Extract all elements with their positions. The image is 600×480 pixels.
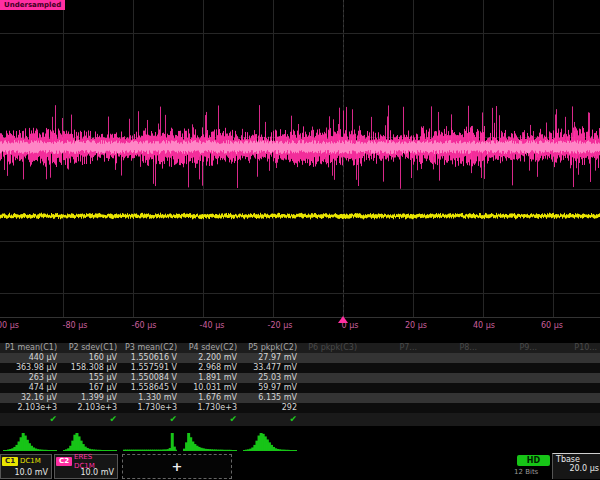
timebase-label: Tbase bbox=[553, 454, 600, 464]
measure-value: 1.730e+3 bbox=[180, 403, 240, 413]
descriptor-strip: C1 DC1M 10.0 mV C2 ERES DC1M 10.0 mV + H… bbox=[0, 453, 600, 480]
trace-warning-badge: Undersampled bbox=[0, 0, 65, 10]
measure-header[interactable]: P4 sdev(C2) bbox=[180, 343, 240, 353]
c1-scale-value: 10.0 mV bbox=[1, 467, 51, 479]
hd-mode-badge[interactable]: HD bbox=[517, 455, 550, 466]
measure-value bbox=[300, 393, 360, 403]
measure-value: 1.891 mV bbox=[180, 373, 240, 383]
measure-value: 2.200 mV bbox=[180, 353, 240, 363]
measure-value: 1.676 mV bbox=[180, 393, 240, 403]
measure-value bbox=[360, 363, 420, 373]
measure-value bbox=[540, 363, 600, 373]
measure-status-check bbox=[480, 413, 540, 426]
measure-header[interactable]: P8... bbox=[420, 343, 480, 353]
measure-value: 158.308 µV bbox=[60, 363, 120, 373]
measure-value bbox=[480, 373, 540, 383]
measure-value: 27.97 mV bbox=[240, 353, 300, 363]
measure-value: 59.97 mV bbox=[240, 383, 300, 393]
measure-value bbox=[360, 383, 420, 393]
time-axis-label: -60 µs bbox=[132, 321, 157, 330]
trigger-delay-marker[interactable] bbox=[338, 316, 348, 323]
measure-value: 25.03 mV bbox=[240, 373, 300, 383]
measure-value: 474 µV bbox=[0, 383, 60, 393]
measure-value bbox=[420, 383, 480, 393]
measure-value: 2.103e+3 bbox=[0, 403, 60, 413]
measure-status-check bbox=[300, 413, 360, 426]
channel-descriptor-c1[interactable]: C1 DC1M 10.0 mV bbox=[0, 454, 52, 479]
channel-descriptor-c2[interactable]: C2 ERES DC1M 10.0 mV bbox=[54, 454, 118, 479]
measure-value: 10.031 mV bbox=[180, 383, 240, 393]
waveform-display[interactable] bbox=[0, 0, 600, 318]
measure-value bbox=[480, 403, 540, 413]
measure-value bbox=[480, 383, 540, 393]
measure-value bbox=[300, 373, 360, 383]
measure-value: 263 µV bbox=[0, 373, 60, 383]
measure-value bbox=[360, 393, 420, 403]
measure-value bbox=[300, 403, 360, 413]
measure-value: 292 bbox=[240, 403, 300, 413]
c2-scale-value: 10.0 mV bbox=[55, 467, 117, 479]
histicon-p2[interactable] bbox=[63, 431, 117, 452]
measure-value: 1.399 µV bbox=[60, 393, 120, 403]
measure-value bbox=[540, 393, 600, 403]
measure-value: 167 µV bbox=[60, 383, 120, 393]
histicon-p4[interactable] bbox=[183, 431, 237, 452]
measure-value bbox=[480, 393, 540, 403]
measure-value: 440 µV bbox=[0, 353, 60, 363]
measure-value bbox=[420, 363, 480, 373]
c1-badge: C1 bbox=[2, 457, 18, 466]
timebase-descriptor[interactable]: Tbase 20.0 µs bbox=[552, 453, 600, 479]
measure-status-check bbox=[540, 413, 600, 426]
time-axis-label: -80 µs bbox=[63, 321, 88, 330]
measure-value: 160 µV bbox=[60, 353, 120, 363]
add-trace-button[interactable]: + bbox=[122, 454, 232, 479]
measure-status-check bbox=[420, 413, 480, 426]
measure-value bbox=[300, 383, 360, 393]
measure-status-check bbox=[360, 413, 420, 426]
measure-header[interactable]: P10... bbox=[540, 343, 600, 353]
measure-value: 1.330 mV bbox=[120, 393, 180, 403]
measure-value: 1.558645 V bbox=[120, 383, 180, 393]
measure-value bbox=[540, 403, 600, 413]
measure-value: 1.730e+3 bbox=[120, 403, 180, 413]
measure-value bbox=[420, 373, 480, 383]
measure-value bbox=[420, 393, 480, 403]
measure-header[interactable]: P3 mean(C2) bbox=[120, 343, 180, 353]
measurement-table: P1 mean(C1)P2 sdev(C1)P3 mean(C2)P4 sdev… bbox=[0, 343, 600, 426]
histicon-p5[interactable] bbox=[243, 431, 297, 452]
measure-value bbox=[360, 403, 420, 413]
measure-value: 363.98 µV bbox=[0, 363, 60, 373]
measure-status-check: ✔ bbox=[120, 413, 180, 426]
histicon-p3[interactable] bbox=[123, 431, 177, 452]
measure-value bbox=[300, 363, 360, 373]
measure-value: 6.135 mV bbox=[240, 393, 300, 403]
measure-value bbox=[540, 383, 600, 393]
measure-value: 1.550616 V bbox=[120, 353, 180, 363]
measure-value bbox=[540, 373, 600, 383]
time-axis-label: 60 µs bbox=[541, 321, 563, 330]
measure-header[interactable]: P2 sdev(C1) bbox=[60, 343, 120, 353]
time-axis-label: 20 µs bbox=[405, 321, 427, 330]
measure-value bbox=[540, 353, 600, 363]
c2-badge: C2 bbox=[56, 457, 72, 466]
oscilloscope-screen: Undersampled -100 µs-80 µs-60 µs-40 µs-2… bbox=[0, 0, 600, 480]
measure-value: 1.557591 V bbox=[120, 363, 180, 373]
measure-value: 2.103e+3 bbox=[60, 403, 120, 413]
measure-status-check: ✔ bbox=[240, 413, 300, 426]
measure-header[interactable]: P5 pkpk(C2) bbox=[240, 343, 300, 353]
measure-header[interactable]: P7... bbox=[360, 343, 420, 353]
time-axis-label: -100 µs bbox=[0, 321, 19, 330]
time-axis-label: 40 µs bbox=[473, 321, 495, 330]
measure-value bbox=[420, 403, 480, 413]
time-axis-label: -40 µs bbox=[200, 321, 225, 330]
measure-header[interactable]: P1 mean(C1) bbox=[0, 343, 60, 353]
measure-value bbox=[360, 353, 420, 363]
time-axis: -100 µs-80 µs-60 µs-40 µs-20 µs0 µs20 µs… bbox=[0, 318, 600, 334]
measure-header[interactable]: P6 pkpk(C3) bbox=[300, 343, 360, 353]
measure-header[interactable]: P9... bbox=[480, 343, 540, 353]
measure-status-check: ✔ bbox=[0, 413, 60, 426]
measure-value bbox=[360, 373, 420, 383]
histicon-p1[interactable] bbox=[3, 431, 57, 452]
measure-value: 2.968 mV bbox=[180, 363, 240, 373]
measure-value: 155 µV bbox=[60, 373, 120, 383]
